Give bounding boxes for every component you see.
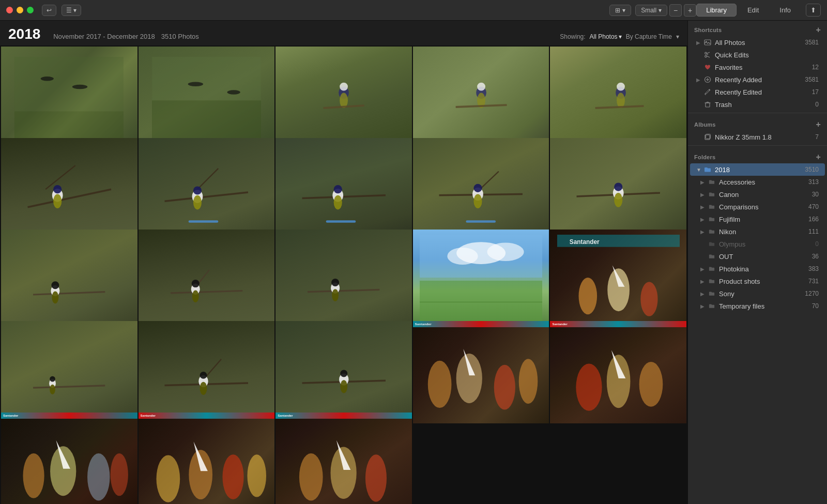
photo-grid: Santander [0,45,687,504]
sidebar-item-recently-edited[interactable]: ▶ Recently Edited 17 [690,86,825,98]
minimize-button[interactable] [17,7,23,13]
photo-cell[interactable] [1,230,137,332]
by-capture-time[interactable]: By Capture Time [626,33,672,40]
photo-cell[interactable] [139,138,275,240]
temporary-files-label: Temporary files [719,302,810,310]
crowd-overlay-22 [139,419,275,504]
photo-header: 2018 November 2017 - December 2018 3510 … [0,21,687,45]
size-decrease-button[interactable]: − [669,4,682,17]
svg-point-48 [52,281,59,289]
svg-point-88 [519,359,538,404]
sidebar-item-olympus[interactable]: ▶ Olympus 0 [690,238,825,250]
sidebar-item-fujifilm[interactable]: ▶ Fujifilm 166 [690,213,825,225]
by-chevron: ▾ [676,33,679,40]
photo-cell[interactable]: Santander [1,413,137,504]
shortcuts-label: Shortcuts [694,27,722,33]
photo-cell[interactable]: Santander [139,413,275,504]
sidebar-item-photokina[interactable]: ▶ Photokina 383 [690,263,825,275]
svg-text:Santander: Santander [569,238,599,246]
showing-chevron: ▾ [619,33,622,40]
sidebar-item-comparisons[interactable]: ▶ Comparisons 470 [690,201,825,213]
svg-point-58 [332,289,339,301]
photo-cell[interactable] [1,321,137,423]
svg-point-92 [639,362,663,407]
sidebar-item-temporary-files[interactable]: ▶ Temporary files 70 [690,300,825,312]
photo-overlay-14 [413,230,549,332]
santander-text-3: Santander [3,414,18,417]
photo-cell[interactable] [275,138,412,240]
trash-label: Trash [715,101,813,109]
photo-cell[interactable]: Santander [550,230,686,332]
photo-cell[interactable] [413,47,549,149]
photo-cell[interactable] [139,321,275,423]
bird-svg-5 [577,67,659,129]
photo-cell[interactable] [1,138,137,240]
sidebar-item-nikon[interactable]: ▶ Nikon 111 [690,225,825,238]
photo-overlay-18 [275,321,412,423]
photo-overlay-12 [139,230,275,332]
sidebar: Shortcuts + ▶ All Photos 3581 ▶ [687,21,827,504]
svg-point-44 [614,182,622,191]
photo-cell[interactable] [139,230,275,332]
recently-edited-label: Recently Edited [715,88,810,96]
photo-cell[interactable]: Santander [275,413,412,504]
folders-add-button[interactable]: + [816,153,821,161]
photo-cell[interactable] [550,138,686,240]
albums-add-button[interactable]: + [816,120,821,129]
sidebar-item-all-photos[interactable]: ▶ All Photos 3581 [690,36,825,49]
photo-cell[interactable] [275,230,412,332]
svg-point-101 [222,454,243,499]
size-increase-button[interactable]: + [684,4,696,17]
sidebar-item-product-shots[interactable]: ▶ Product shots 731 [690,275,825,287]
showing-value[interactable]: All Photos ▾ [590,33,622,40]
chevron-recently-added-icon: ▶ [696,77,701,83]
sidebar-item-out[interactable]: ▶ OUT 36 [690,250,825,263]
sidebar-item-canon[interactable]: ▶ Canon 30 [690,188,825,201]
sidebar-item-recently-added[interactable]: ▶ Recently Added 3581 [690,73,825,86]
maximize-button[interactable] [27,7,34,13]
svg-point-6 [188,82,204,86]
folder-photokina-icon [708,265,716,273]
back-button[interactable]: ↩ [42,5,56,16]
crowd-overlay-21 [1,419,137,504]
shortcuts-add-button[interactable]: + [816,26,821,34]
tab-info[interactable]: Info [770,4,801,17]
svg-line-21 [45,165,75,189]
folders-header: Folders + [688,148,827,163]
sidebar-item-trash[interactable]: ▶ Trash 0 [690,98,825,111]
sidebar-item-nikkor[interactable]: ▶ Nikkor Z 35mm 1.8 7 [690,131,825,143]
sidebar-item-quick-edits[interactable]: ▶ Quick Edits [690,49,825,61]
sidebar-item-accessories[interactable]: ▶ Accessories 313 [690,176,825,188]
sidebar-item-favorites[interactable]: ▶ Favorites 12 [690,61,825,73]
share-button[interactable]: ⬆ [806,4,821,17]
view-toggle-button[interactable]: ⊞ ▾ [609,5,631,16]
svg-rect-63 [420,281,542,327]
photo-overlay-5 [550,47,686,149]
svg-point-74 [50,384,55,394]
photo-cell[interactable] [1,47,137,149]
svg-line-55 [308,289,379,292]
photo-cell[interactable] [275,321,412,423]
svg-rect-35 [326,220,356,223]
list-view-button[interactable]: ☰ ▾ [62,5,81,16]
photo-overlay-4 [413,47,549,149]
sidebar-item-2018[interactable]: ▼ 2018 3510 [690,163,825,176]
photo-cell[interactable] [550,47,686,149]
photo-cell[interactable] [275,47,412,149]
svg-point-79 [200,381,207,394]
close-button[interactable] [6,7,13,13]
svg-rect-30 [189,220,219,223]
photo-cell[interactable] [413,230,549,332]
sidebar-item-sony[interactable]: ▶ Sony 1270 [690,287,825,300]
tab-library[interactable]: Library [696,4,737,17]
tab-edit[interactable]: Edit [738,4,769,17]
photo-cell[interactable] [139,47,275,149]
photo-cell[interactable] [413,138,549,240]
photo-cell[interactable]: Santander [413,321,549,423]
fujifilm-count: 166 [808,216,819,223]
size-label[interactable]: Small ▾ [635,5,667,16]
tit-branch-svg-17 [159,337,254,408]
svg-point-45 [614,193,622,207]
svg-point-34 [333,195,342,209]
photo-cell[interactable]: Santander [550,321,686,423]
